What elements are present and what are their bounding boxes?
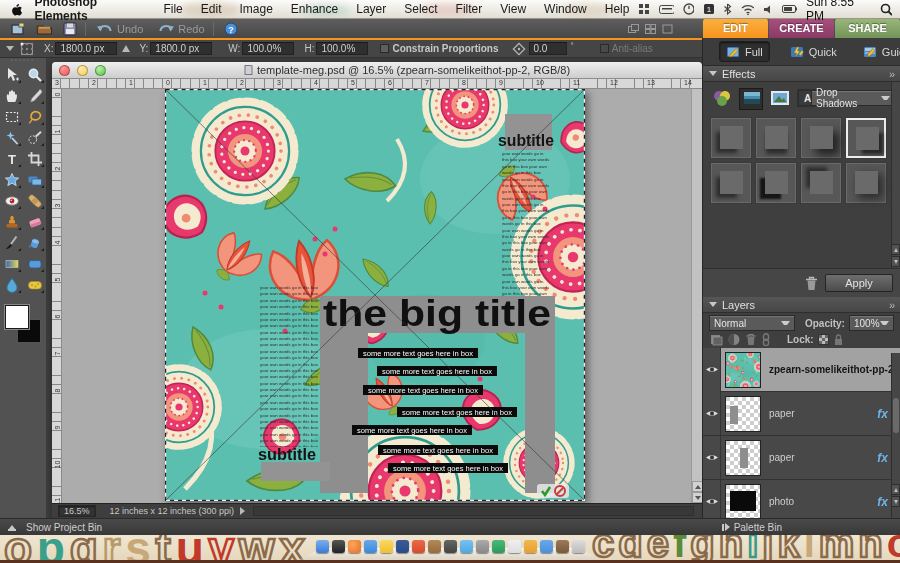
canvas[interactable]: subtitle your own words go in this box y… <box>165 89 585 501</box>
zoom-level-field[interactable]: 16.5% <box>58 505 96 517</box>
effects-scrollbar[interactable] <box>891 82 900 268</box>
cookie-cutter-tool[interactable] <box>0 169 23 190</box>
zoom-tool[interactable] <box>23 64 46 85</box>
bluetooth-icon[interactable] <box>723 3 731 15</box>
gradient-tool[interactable] <box>0 253 23 274</box>
dock-icon-mail[interactable] <box>380 540 393 553</box>
effect-thumb-shadow-8[interactable] <box>846 163 886 203</box>
dock-icon[interactable] <box>524 540 537 553</box>
eraser-tool[interactable] <box>23 211 46 232</box>
menu-file[interactable]: File <box>163 2 182 16</box>
blur-tool[interactable] <box>0 274 23 295</box>
layer-visibility-toggle[interactable] <box>703 480 721 519</box>
menu-image[interactable]: Image <box>239 2 272 16</box>
foreground-color-swatch[interactable] <box>5 305 29 329</box>
link-xy-icon[interactable] <box>121 44 131 54</box>
opacity-field[interactable]: 100% <box>849 315 894 331</box>
dock-icon-bridge[interactable] <box>428 540 441 553</box>
type-tool[interactable]: T <box>0 148 23 169</box>
healing-brush-tool[interactable] <box>23 190 46 211</box>
tile-windows-icon[interactable] <box>645 24 656 34</box>
document-title-bar[interactable]: template-meg.psd @ 16.5% (zpearn-somelik… <box>52 62 702 79</box>
mode-quick-button[interactable]: Quick <box>784 42 843 61</box>
layers-scroll-up[interactable] <box>891 484 900 495</box>
blend-mode-dropdown[interactable]: Normal <box>709 315 795 331</box>
layer-visibility-toggle[interactable] <box>703 392 721 436</box>
dock-icon[interactable] <box>556 540 569 553</box>
dock-icon[interactable] <box>412 540 425 553</box>
link-layers-icon[interactable] <box>761 333 771 346</box>
rotate-angle-input[interactable]: 0.0 <box>529 42 567 55</box>
volume-icon[interactable] <box>763 4 773 15</box>
layer-thumbnail[interactable] <box>725 352 761 388</box>
dock-icon[interactable] <box>364 540 377 553</box>
x-input[interactable]: 1800.0 px <box>55 42 117 55</box>
layer-visibility-toggle[interactable] <box>703 436 721 480</box>
wifi-icon[interactable] <box>741 4 754 15</box>
effect-thumb-shadow-5[interactable] <box>711 163 751 203</box>
effects-scroll-up[interactable] <box>891 244 900 255</box>
brush-tool[interactable] <box>0 232 23 253</box>
panel-menu-icon[interactable]: » <box>889 68 894 80</box>
redo-label[interactable]: Redo <box>178 23 204 35</box>
layer-visibility-toggle[interactable] <box>703 348 721 392</box>
delete-layer-icon[interactable] <box>745 333 757 346</box>
constrain-proportions-checkbox[interactable] <box>380 44 389 53</box>
menu-enhance[interactable]: Enhance <box>291 2 338 16</box>
layer-styles-category-icon[interactable] <box>739 88 763 110</box>
undo-icon[interactable] <box>96 22 114 35</box>
status-options-arrow[interactable] <box>240 507 245 515</box>
options-collapse-icon[interactable] <box>6 46 14 51</box>
effects-scroll-down[interactable] <box>891 256 900 267</box>
transform-commit-controls[interactable] <box>537 484 569 498</box>
undo-label[interactable]: Undo <box>117 23 143 35</box>
dock-icon-trash[interactable] <box>572 540 585 553</box>
show-project-bin-button[interactable]: Show Project Bin <box>0 522 102 533</box>
red-eye-removal-tool[interactable] <box>0 190 23 211</box>
close-window-button[interactable] <box>59 65 70 76</box>
keyboard-icon[interactable] <box>659 4 674 15</box>
menu-layer[interactable]: Layer <box>356 2 386 16</box>
app-menu[interactable]: Photoshop Elements <box>34 0 148 23</box>
help-icon[interactable]: ? <box>224 22 238 36</box>
apply-button[interactable]: Apply <box>825 274 893 292</box>
effect-thumb-shadow-3[interactable] <box>801 118 841 158</box>
dock-icon-finder[interactable] <box>316 540 329 553</box>
effect-thumb-shadow-6[interactable] <box>756 163 796 203</box>
panel-menu-icon[interactable]: » <box>889 299 894 311</box>
eyedropper-tool[interactable] <box>23 85 46 106</box>
y-input[interactable]: 1800.0 px <box>150 42 212 55</box>
cascade-windows-icon[interactable] <box>628 24 639 34</box>
palette-bin-toggle[interactable]: Palette Bin <box>722 522 782 533</box>
dock-icon[interactable] <box>492 540 505 553</box>
dock-icon[interactable] <box>332 540 345 553</box>
menu-filter[interactable]: Filter <box>456 2 483 16</box>
apple-menu-icon[interactable] <box>10 2 22 17</box>
battery-icon[interactable] <box>782 4 797 14</box>
minimize-window-button[interactable] <box>77 65 88 76</box>
straighten-tool[interactable] <box>23 169 46 190</box>
effects-panel-header[interactable]: Effects » <box>703 66 900 82</box>
paint-bucket-tool[interactable] <box>23 232 46 253</box>
magic-wand-tool[interactable] <box>0 127 23 148</box>
collapse-arrow-icon[interactable] <box>709 71 717 76</box>
clone-stamp-tool[interactable] <box>0 211 23 232</box>
pasteboard[interactable]: subtitle your own words go in this box y… <box>62 89 691 503</box>
dock-icon[interactable] <box>540 540 553 553</box>
adjustment-layer-icon[interactable] <box>727 333 741 346</box>
reference-point-icon[interactable] <box>20 42 34 56</box>
layer-row-photo[interactable]: photo fx <box>703 480 900 518</box>
effect-thumb-shadow-1[interactable] <box>711 118 751 158</box>
photo-effects-category-icon[interactable] <box>769 88 791 108</box>
shape-tool[interactable] <box>23 253 46 274</box>
zoom-window-button[interactable] <box>95 65 106 76</box>
sponge-tool[interactable] <box>23 274 46 295</box>
layer-row-paper-1[interactable]: paper fx <box>703 392 900 436</box>
lock-all-icon[interactable] <box>833 333 844 346</box>
crop-tool[interactable] <box>23 148 46 169</box>
dock-icon[interactable] <box>460 540 473 553</box>
move-tool[interactable] <box>0 64 23 85</box>
effect-thumb-shadow-4-selected[interactable] <box>846 118 886 158</box>
menu-clock[interactable]: Sun 8:55 PM <box>806 0 871 23</box>
mode-guided-button[interactable]: Guided <box>857 42 900 61</box>
